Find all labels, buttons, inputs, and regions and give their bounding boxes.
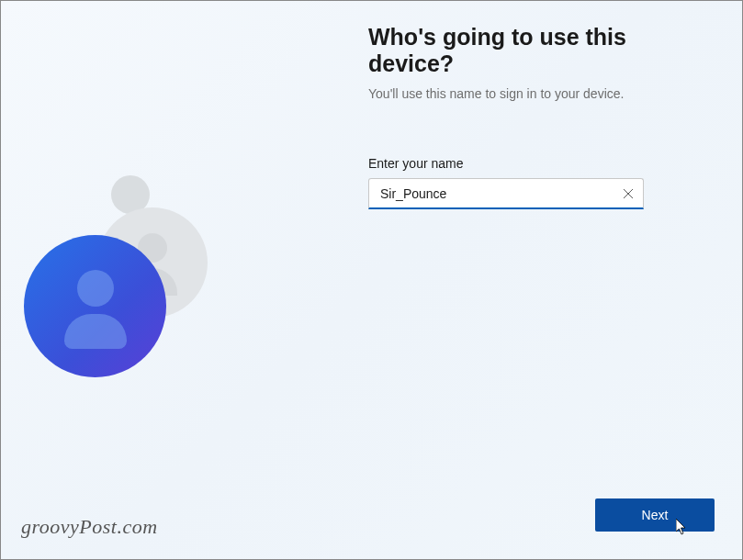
next-button[interactable]: Next (595, 498, 715, 532)
name-input-wrapper (368, 178, 644, 209)
watermark-text: groovyPost.com (21, 515, 158, 539)
setup-form: Who's going to use this device? You'll u… (368, 24, 708, 209)
user-illustration (24, 175, 253, 432)
clear-input-button[interactable] (620, 185, 636, 202)
name-input[interactable] (368, 178, 644, 209)
page-subtitle: You'll use this name to sign in to your … (368, 86, 708, 101)
decorative-person-blue (24, 235, 166, 377)
name-input-label: Enter your name (368, 156, 708, 171)
close-icon (623, 188, 634, 199)
page-title: Who's going to use this device? (368, 24, 708, 77)
